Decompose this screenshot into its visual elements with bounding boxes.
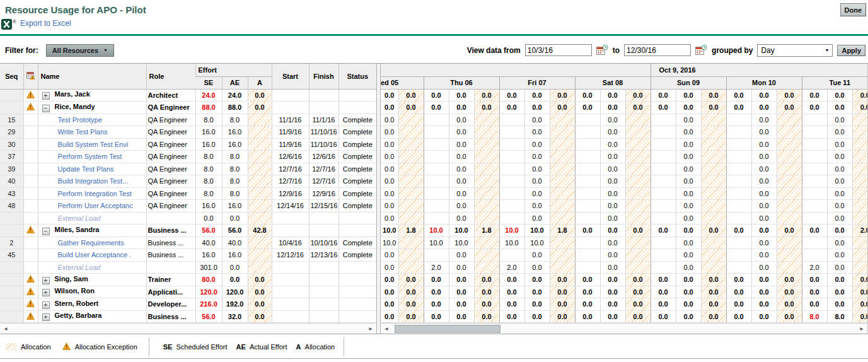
se-cell: 8.0 <box>195 187 222 200</box>
grid-cell: 0.0 <box>676 187 701 200</box>
grid-cell: 0.0 <box>827 126 852 139</box>
grid-cell: 0.0 <box>381 200 398 213</box>
expand-icon[interactable]: + <box>42 313 50 321</box>
start-cell <box>272 274 309 286</box>
to-date-input[interactable] <box>624 44 691 56</box>
scroll-right-arrow[interactable]: ► <box>366 324 375 334</box>
grid-cell <box>424 200 449 213</box>
allocation-cell: 0.0 <box>248 286 272 298</box>
grid-row: 0.00.00.00.00.00.00.0 <box>381 163 868 175</box>
grid-cell: 0.0 <box>381 212 398 225</box>
grid-cell <box>852 261 868 274</box>
expand-icon[interactable]: + <box>42 92 50 100</box>
role-cell: QA Engineer <box>146 200 195 213</box>
expand-icon[interactable]: + <box>42 277 50 284</box>
grid-cell <box>802 200 827 213</box>
expand-icon[interactable]: + <box>42 301 50 309</box>
start-cell: 11/9/16 <box>272 126 309 139</box>
collapse-icon[interactable]: − <box>42 105 50 112</box>
grid-cell: 0.0 <box>474 89 499 102</box>
grid-cell <box>701 151 726 163</box>
grid-cell: 10.0 <box>499 236 524 249</box>
task-link[interactable]: Perform User Acceptanc <box>58 202 133 209</box>
expand-icon[interactable]: + <box>42 289 50 296</box>
task-link[interactable]: Write Test Plans <box>58 128 108 136</box>
table-row: 48Perform User AcceptancQA Engineer16.01… <box>0 200 376 213</box>
grid-cell: 0.0 <box>751 212 777 225</box>
grid-cell: 0.0 <box>827 151 852 163</box>
task-link[interactable]: Build User Acceptance . <box>58 251 132 259</box>
grid-cell: 0.0 <box>381 102 398 114</box>
role-cell <box>146 212 195 225</box>
role-cell: QA Engineer <box>146 163 195 175</box>
panel-splitter[interactable] <box>376 64 381 334</box>
role-cell: Trainer <box>146 274 195 286</box>
done-button[interactable]: Done <box>840 3 867 16</box>
grid-cell: 0.0 <box>424 298 449 311</box>
grid-cell: 0.0 <box>726 286 751 298</box>
allocation-cell <box>248 200 272 213</box>
task-link[interactable]: Gather Requirements <box>58 239 124 247</box>
grid-row: 10.010.010.010.010.00.00.00.00.0 <box>381 236 868 249</box>
task-link[interactable]: Build System Test Envi <box>58 141 129 148</box>
grid-cell <box>575 236 600 249</box>
grid-cell <box>625 236 651 249</box>
apply-button[interactable]: Apply <box>837 45 865 56</box>
grid-cell: 8.0 <box>802 310 827 323</box>
grid-cell: 10.0 <box>424 225 449 237</box>
grid-cell <box>398 187 424 200</box>
day-header: ed 05 <box>381 76 424 89</box>
name-cell: Test Prototype <box>38 114 146 126</box>
grouped-by-select[interactable]: Day ▼ <box>757 44 833 57</box>
day-header: Sat 08 <box>575 76 651 89</box>
from-date-input[interactable] <box>525 44 592 56</box>
grid-cell <box>398 163 424 175</box>
calendar-picker-icon[interactable] <box>596 45 608 55</box>
start-cell: 12/9/16 <box>272 187 309 200</box>
grid-row: 10.01.810.010.01.810.010.01.80.00.00.00.… <box>381 225 868 237</box>
grid-cell: 0.0 <box>827 89 852 102</box>
grid-cell <box>499 126 524 139</box>
ae-cell: 8.0 <box>222 151 248 163</box>
scrollbar-thumb[interactable] <box>395 325 501 333</box>
grid-cell <box>625 138 651 151</box>
seq-cell <box>0 89 23 102</box>
collapse-icon[interactable]: − <box>42 228 50 235</box>
grid-cell: 0.0 <box>575 310 600 323</box>
status-cell: Complete <box>339 249 376 262</box>
ae-cell: 120.0 <box>222 286 248 298</box>
calendar-picker-icon[interactable] <box>695 45 707 55</box>
grid-cell: 0.0 <box>751 274 777 286</box>
filter-dropdown[interactable]: All Resources ▼ <box>46 44 114 57</box>
col-header-ae: AE <box>222 76 248 89</box>
grid-cell: 0.0 <box>726 89 751 102</box>
grid-cell <box>424 187 449 200</box>
grid-cell: 0.0 <box>852 89 868 102</box>
status-cell: Complete <box>339 126 376 139</box>
task-link[interactable]: Perform System Test <box>58 153 122 160</box>
scroll-right-arrow[interactable]: ► <box>857 324 866 334</box>
grid-cell: 0.0 <box>524 126 550 139</box>
grid-cell: 0.0 <box>751 249 777 262</box>
table-row: +Wilson, RonApplicati...120.0120.00.0 <box>0 286 376 298</box>
scroll-left-arrow[interactable]: ◄ <box>1 324 10 334</box>
grid-cell: 0.0 <box>550 274 575 286</box>
seq-cell <box>0 225 23 237</box>
grid-cell: 0.0 <box>852 310 868 323</box>
grid-cell: 0.0 <box>676 200 701 213</box>
scroll-left-arrow[interactable]: ◄ <box>382 324 391 334</box>
grid-row: 0.00.00.00.00.00.00.00.00.00.00.00.00.00… <box>381 89 868 102</box>
grid-cell <box>777 175 802 188</box>
se-cell: 40.0 <box>195 236 222 249</box>
task-link[interactable]: Perform Integration Test <box>58 190 132 197</box>
task-link[interactable]: Update Test Plans <box>58 165 114 173</box>
legend-effort-keys: SE Scheduled Effort AE Actual Effort A A… <box>158 343 335 351</box>
task-link[interactable]: Build Integration Test... <box>58 177 129 185</box>
allocation-cell <box>248 138 272 151</box>
grid-cell <box>802 151 827 163</box>
task-link[interactable]: Test Prototype <box>58 116 102 124</box>
grid-cell <box>575 200 600 213</box>
export-to-excel-link[interactable]: Export to Excel <box>20 19 71 28</box>
grid-cell: 0.0 <box>600 126 625 139</box>
resource-name: Getty, Barbara <box>55 312 102 319</box>
